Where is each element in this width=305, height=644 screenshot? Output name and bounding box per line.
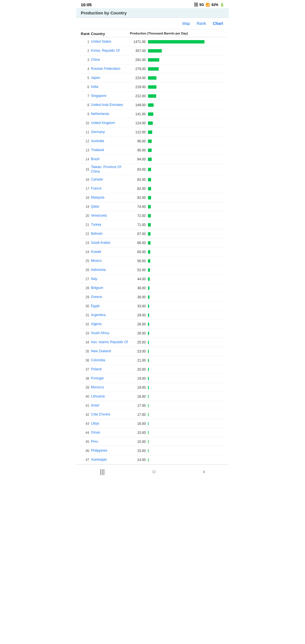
country-cell[interactable]: Italy (89, 277, 129, 281)
country-cell[interactable]: Indonesia (89, 268, 129, 272)
country-cell[interactable]: Mexico (89, 259, 129, 263)
country-cell[interactable]: Kuwait (89, 250, 129, 254)
bar-cell (146, 377, 224, 380)
country-cell[interactable]: Thailand (89, 148, 129, 153)
country-cell[interactable]: China (89, 58, 129, 62)
country-cell[interactable]: Greece (89, 295, 129, 299)
country-cell[interactable]: South Africa (89, 331, 129, 336)
production-cell: 82.00 (129, 196, 146, 200)
country-cell[interactable]: Colombia (89, 358, 129, 363)
country-cell[interactable]: Turkey (89, 223, 129, 227)
rank-cell: 10 (81, 121, 89, 125)
country-cell[interactable]: India (89, 85, 129, 89)
production-cell: 95.00 (129, 148, 146, 152)
country-cell[interactable]: Venezuela (89, 214, 129, 218)
country-cell[interactable]: New Zealand (89, 349, 129, 354)
table-row: 28Belgium38.00 (79, 284, 226, 293)
country-cell[interactable]: Poland (89, 367, 129, 372)
bar-cell (146, 440, 224, 443)
bar-cell (146, 386, 224, 389)
table-row: 11Germany112.00 (79, 128, 226, 137)
country-cell[interactable]: Taiwan, Province Of China (89, 165, 129, 174)
tab-rank[interactable]: Rank (196, 21, 207, 26)
country-cell[interactable]: Russian Federation (89, 67, 129, 71)
table-row: 47Azerbaijan14.00 (79, 455, 226, 464)
menu-button[interactable]: ||| (100, 468, 105, 475)
country-cell[interactable]: Japan (89, 76, 129, 80)
country-cell[interactable]: Iran, Islamic Republic Of (89, 340, 129, 345)
tab-chart[interactable]: Chart (212, 21, 224, 26)
table-row: 42Côte D'ivoire17.00 (79, 410, 226, 419)
production-cell: 82.00 (129, 178, 146, 182)
country-cell[interactable]: Canada (89, 177, 129, 182)
country-cell[interactable]: Singapore (89, 94, 129, 98)
production-bar (148, 395, 149, 398)
production-cell: 21.00 (129, 358, 146, 362)
country-cell[interactable]: Côte D'ivoire (89, 412, 129, 417)
bar-cell (146, 214, 224, 217)
table-row: 29Greece36.00 (79, 293, 226, 302)
rank-cell: 23 (81, 241, 89, 245)
country-cell[interactable]: Morocco (89, 385, 129, 390)
country-cell[interactable]: Algeria (89, 322, 129, 327)
table-row: 21Turkey71.00 (79, 220, 226, 229)
production-bar (148, 232, 151, 236)
production-cell: 96.00 (129, 139, 146, 143)
country-cell[interactable]: Azerbaijan (89, 458, 129, 462)
rank-cell: 12 (81, 139, 89, 143)
country-cell[interactable]: Netherlands (89, 112, 129, 116)
country-cell[interactable]: Israel (89, 403, 129, 408)
production-cell: 219.00 (129, 85, 146, 89)
country-cell[interactable]: Saudi Arabia (89, 241, 129, 245)
table-row: 38Portugal19.00 (79, 374, 226, 383)
production-cell: 82.00 (129, 187, 146, 191)
table-row: 5Japan224.00 (79, 73, 226, 82)
rank-cell: 14 (81, 157, 89, 161)
production-cell: 56.00 (129, 259, 146, 263)
production-bar (148, 40, 204, 43)
country-cell[interactable]: France (89, 186, 129, 191)
table-row: 41Israel17.00 (79, 401, 226, 410)
country-cell[interactable]: Malaysia (89, 195, 129, 200)
country-cell[interactable]: Qatar (89, 204, 129, 209)
country-cell[interactable]: Korea, Republic Of (89, 49, 129, 53)
country-cell[interactable]: Philippines (89, 449, 129, 453)
country-cell[interactable]: Germany (89, 130, 129, 134)
production-cell: 29.00 (129, 313, 146, 317)
production-cell: 279.00 (129, 67, 146, 71)
country-cell[interactable]: United States (89, 40, 129, 44)
country-cell[interactable]: Libya (89, 421, 129, 426)
production-bar (148, 295, 149, 299)
country-cell[interactable]: Oman (89, 430, 129, 435)
bar-cell (146, 241, 224, 245)
back-button[interactable]: ‹ (203, 468, 205, 475)
country-cell[interactable]: Belgium (89, 286, 129, 290)
country-cell[interactable]: Brazil (89, 157, 129, 162)
country-cell[interactable]: Australia (89, 139, 129, 143)
country-cell[interactable]: Egypt (89, 304, 129, 308)
page-title: Production by Country (81, 10, 127, 15)
production-cell: 52.00 (129, 268, 146, 272)
bottom-navigation: ||| ○ ‹ (76, 464, 229, 479)
country-cell[interactable]: Argentina (89, 313, 129, 317)
country-cell[interactable]: Portugal (89, 376, 129, 381)
country-cell[interactable]: Bahrain (89, 232, 129, 236)
production-bar (148, 187, 151, 190)
production-cell: 15.00 (129, 449, 146, 453)
country-cell[interactable]: United Kingdom (89, 121, 129, 125)
rank-cell: 4 (81, 67, 89, 71)
bar-cell (146, 359, 224, 362)
production-bar (148, 94, 156, 98)
country-cell[interactable]: Lithuania (89, 394, 129, 399)
country-cell[interactable]: Peru (89, 440, 129, 444)
production-cell: 19.00 (129, 386, 146, 390)
tab-map[interactable]: Map (181, 21, 191, 26)
bar-cell (146, 196, 224, 199)
bar-cell (146, 40, 224, 43)
country-cell[interactable]: United Arab Emirates (89, 103, 129, 107)
home-button[interactable]: ○ (152, 468, 156, 475)
page-header: Production by Country (76, 8, 229, 18)
production-cell: 23.00 (129, 349, 146, 353)
production-cell: 44.00 (129, 277, 146, 281)
production-cell: 72.00 (129, 214, 146, 218)
